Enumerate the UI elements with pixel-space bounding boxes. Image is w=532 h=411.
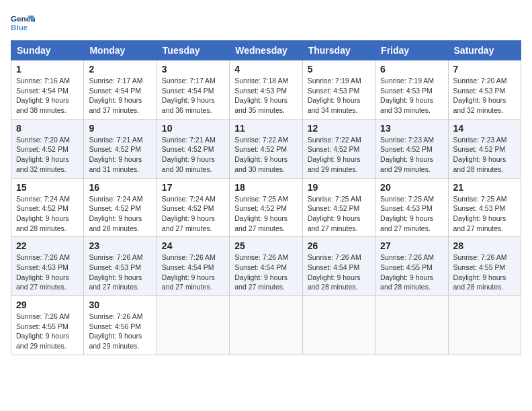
calendar-cell: 10 Sunrise: 7:21 AM Sunset: 4:52 PM Dayl… <box>157 119 229 178</box>
calendar-week-row: 29 Sunrise: 7:26 AM Sunset: 4:55 PM Dayl… <box>11 296 521 355</box>
day-info: Sunrise: 7:16 AM Sunset: 4:54 PM Dayligh… <box>16 76 79 116</box>
day-info: Sunrise: 7:21 AM Sunset: 4:52 PM Dayligh… <box>162 135 224 175</box>
day-number: 20 <box>380 182 443 193</box>
day-number: 10 <box>162 123 224 134</box>
calendar-cell: 20 Sunrise: 7:25 AM Sunset: 4:53 PM Dayl… <box>375 178 448 237</box>
day-info: Sunrise: 7:26 AM Sunset: 4:54 PM Dayligh… <box>162 253 224 292</box>
day-info: Sunrise: 7:19 AM Sunset: 4:53 PM Dayligh… <box>380 76 443 116</box>
calendar-cell: 17 Sunrise: 7:24 AM Sunset: 4:52 PM Dayl… <box>157 178 229 237</box>
day-info: Sunrise: 7:25 AM Sunset: 4:53 PM Dayligh… <box>453 194 516 234</box>
day-info: Sunrise: 7:26 AM Sunset: 4:55 PM Dayligh… <box>16 312 79 351</box>
day-number: 26 <box>308 240 370 251</box>
calendar-table: SundayMondayTuesdayWednesdayThursdayFrid… <box>11 40 521 355</box>
day-number: 2 <box>89 64 151 75</box>
calendar-cell <box>157 296 229 355</box>
day-number: 21 <box>453 182 516 193</box>
calendar-week-row: 15 Sunrise: 7:24 AM Sunset: 4:52 PM Dayl… <box>11 178 521 237</box>
day-info: Sunrise: 7:25 AM Sunset: 4:52 PM Dayligh… <box>234 194 297 234</box>
day-number: 29 <box>16 300 79 310</box>
day-info: Sunrise: 7:23 AM Sunset: 4:52 PM Dayligh… <box>453 135 516 175</box>
calendar-cell: 26 Sunrise: 7:26 AM Sunset: 4:54 PM Dayl… <box>302 237 375 296</box>
calendar-cell: 1 Sunrise: 7:16 AM Sunset: 4:54 PM Dayli… <box>11 60 84 120</box>
page-header: General Blue <box>11 11 521 35</box>
calendar-cell: 12 Sunrise: 7:22 AM Sunset: 4:52 PM Dayl… <box>302 119 375 178</box>
logo-icon: General Blue <box>11 11 35 35</box>
day-number: 6 <box>380 64 443 75</box>
day-info: Sunrise: 7:17 AM Sunset: 4:54 PM Dayligh… <box>162 76 224 116</box>
calendar-cell: 29 Sunrise: 7:26 AM Sunset: 4:55 PM Dayl… <box>11 296 84 355</box>
day-number: 12 <box>308 123 370 134</box>
calendar-cell: 15 Sunrise: 7:24 AM Sunset: 4:52 PM Dayl… <box>11 178 84 237</box>
column-header-sunday: Sunday <box>11 41 84 60</box>
calendar-cell <box>375 296 448 355</box>
day-number: 24 <box>162 240 224 251</box>
day-number: 28 <box>453 240 516 251</box>
day-number: 1 <box>16 64 79 75</box>
calendar-week-row: 8 Sunrise: 7:20 AM Sunset: 4:52 PM Dayli… <box>11 119 521 178</box>
calendar-cell: 28 Sunrise: 7:26 AM Sunset: 4:55 PM Dayl… <box>448 237 521 296</box>
day-info: Sunrise: 7:22 AM Sunset: 4:52 PM Dayligh… <box>308 135 370 175</box>
column-header-monday: Monday <box>84 41 157 60</box>
calendar-body: 1 Sunrise: 7:16 AM Sunset: 4:54 PM Dayli… <box>11 60 521 355</box>
calendar-cell: 22 Sunrise: 7:26 AM Sunset: 4:53 PM Dayl… <box>11 237 84 296</box>
day-number: 9 <box>89 123 151 134</box>
day-number: 27 <box>380 240 443 251</box>
calendar-cell <box>448 296 521 355</box>
day-info: Sunrise: 7:25 AM Sunset: 4:52 PM Dayligh… <box>308 194 370 234</box>
day-number: 16 <box>89 182 151 193</box>
column-header-wednesday: Wednesday <box>230 41 302 60</box>
column-header-thursday: Thursday <box>302 41 375 60</box>
calendar-cell: 21 Sunrise: 7:25 AM Sunset: 4:53 PM Dayl… <box>448 178 521 237</box>
day-number: 3 <box>162 64 224 75</box>
day-info: Sunrise: 7:24 AM Sunset: 4:52 PM Dayligh… <box>16 194 79 234</box>
day-info: Sunrise: 7:23 AM Sunset: 4:52 PM Dayligh… <box>380 135 443 175</box>
calendar-cell: 9 Sunrise: 7:21 AM Sunset: 4:52 PM Dayli… <box>84 119 157 178</box>
calendar-cell: 30 Sunrise: 7:26 AM Sunset: 4:56 PM Dayl… <box>84 296 157 355</box>
day-number: 19 <box>308 182 370 193</box>
calendar-cell <box>230 296 302 355</box>
day-number: 30 <box>89 300 151 310</box>
calendar-cell: 23 Sunrise: 7:26 AM Sunset: 4:53 PM Dayl… <box>84 237 157 296</box>
day-number: 13 <box>380 123 443 134</box>
calendar-cell: 14 Sunrise: 7:23 AM Sunset: 4:52 PM Dayl… <box>448 119 521 178</box>
day-info: Sunrise: 7:21 AM Sunset: 4:52 PM Dayligh… <box>89 135 151 175</box>
day-number: 17 <box>162 182 224 193</box>
day-info: Sunrise: 7:18 AM Sunset: 4:53 PM Dayligh… <box>234 76 297 116</box>
day-number: 18 <box>234 182 297 193</box>
column-header-friday: Friday <box>375 41 448 60</box>
calendar-cell: 2 Sunrise: 7:17 AM Sunset: 4:54 PM Dayli… <box>84 60 157 120</box>
calendar-cell: 3 Sunrise: 7:17 AM Sunset: 4:54 PM Dayli… <box>157 60 229 120</box>
day-number: 11 <box>234 123 297 134</box>
day-info: Sunrise: 7:26 AM Sunset: 4:54 PM Dayligh… <box>234 253 297 292</box>
day-number: 8 <box>16 123 79 134</box>
day-info: Sunrise: 7:26 AM Sunset: 4:53 PM Dayligh… <box>89 253 151 292</box>
day-info: Sunrise: 7:25 AM Sunset: 4:53 PM Dayligh… <box>380 194 443 234</box>
day-info: Sunrise: 7:22 AM Sunset: 4:52 PM Dayligh… <box>234 135 297 175</box>
day-info: Sunrise: 7:26 AM Sunset: 4:53 PM Dayligh… <box>16 253 79 292</box>
day-number: 4 <box>234 64 297 75</box>
day-info: Sunrise: 7:26 AM Sunset: 4:55 PM Dayligh… <box>380 253 443 292</box>
calendar-cell: 13 Sunrise: 7:23 AM Sunset: 4:52 PM Dayl… <box>375 119 448 178</box>
calendar-cell: 11 Sunrise: 7:22 AM Sunset: 4:52 PM Dayl… <box>230 119 302 178</box>
day-number: 5 <box>308 64 370 75</box>
calendar-cell: 16 Sunrise: 7:24 AM Sunset: 4:52 PM Dayl… <box>84 178 157 237</box>
day-number: 23 <box>89 240 151 251</box>
day-number: 14 <box>453 123 516 134</box>
calendar-cell: 19 Sunrise: 7:25 AM Sunset: 4:52 PM Dayl… <box>302 178 375 237</box>
calendar-cell: 18 Sunrise: 7:25 AM Sunset: 4:52 PM Dayl… <box>230 178 302 237</box>
day-info: Sunrise: 7:20 AM Sunset: 4:53 PM Dayligh… <box>453 76 516 116</box>
day-info: Sunrise: 7:24 AM Sunset: 4:52 PM Dayligh… <box>162 194 224 234</box>
day-info: Sunrise: 7:17 AM Sunset: 4:54 PM Dayligh… <box>89 76 151 116</box>
day-info: Sunrise: 7:24 AM Sunset: 4:52 PM Dayligh… <box>89 194 151 234</box>
calendar-cell <box>302 296 375 355</box>
logo: General Blue <box>11 11 35 35</box>
day-info: Sunrise: 7:26 AM Sunset: 4:56 PM Dayligh… <box>89 312 151 351</box>
svg-text:Blue: Blue <box>11 23 28 32</box>
calendar-cell: 5 Sunrise: 7:19 AM Sunset: 4:53 PM Dayli… <box>302 60 375 120</box>
calendar-week-row: 1 Sunrise: 7:16 AM Sunset: 4:54 PM Dayli… <box>11 60 521 120</box>
day-number: 25 <box>234 240 297 251</box>
column-header-saturday: Saturday <box>448 41 521 60</box>
day-number: 15 <box>16 182 79 193</box>
day-info: Sunrise: 7:19 AM Sunset: 4:53 PM Dayligh… <box>308 76 370 116</box>
calendar-cell: 25 Sunrise: 7:26 AM Sunset: 4:54 PM Dayl… <box>230 237 302 296</box>
